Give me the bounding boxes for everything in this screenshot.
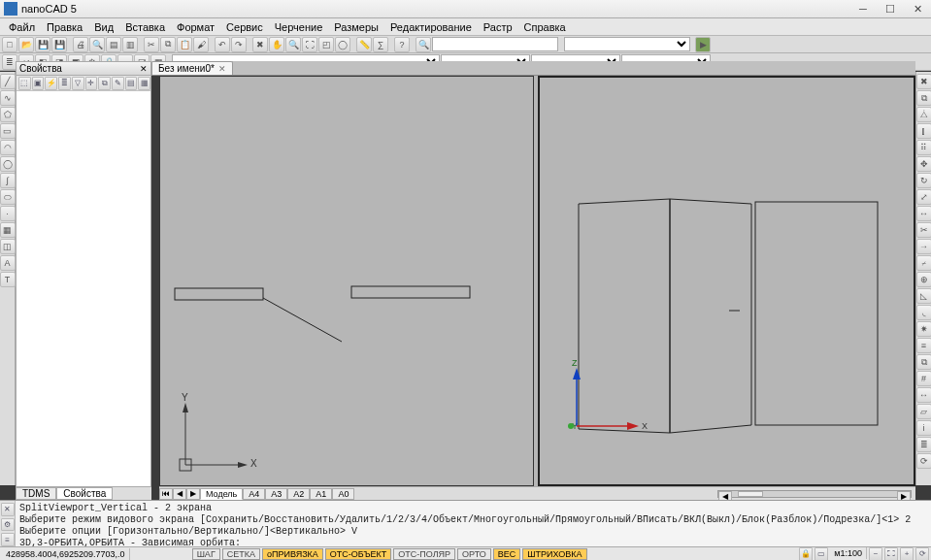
- line-icon[interactable]: ╱: [0, 74, 16, 89]
- copy-icon[interactable]: ⧉: [160, 37, 176, 52]
- orbit-icon[interactable]: ◯: [335, 37, 350, 52]
- menu-insert[interactable]: Вставка: [120, 18, 170, 36]
- cmd-close-icon[interactable]: ✕: [1, 503, 15, 516]
- properties-close-icon[interactable]: ✕: [137, 64, 150, 74]
- zoomext-icon[interactable]: ◰: [318, 37, 334, 52]
- tab-properties[interactable]: Свойства: [56, 487, 113, 500]
- explode-icon[interactable]: ✷: [916, 321, 932, 337]
- menu-service[interactable]: Сервис: [221, 18, 268, 36]
- viewport-right[interactable]: Z Y X: [538, 76, 916, 486]
- dist-icon[interactable]: ↔: [916, 387, 932, 403]
- status-polar[interactable]: ОТС-ПОЛЯР: [393, 548, 455, 560]
- break-icon[interactable]: ⌿: [916, 255, 932, 271]
- mtext-icon[interactable]: A: [0, 255, 16, 271]
- save-icon[interactable]: 💾: [35, 37, 50, 52]
- saveall-icon[interactable]: 💾: [51, 37, 67, 52]
- maximize-button[interactable]: ☐: [877, 0, 904, 17]
- spline-icon[interactable]: ∫: [0, 173, 16, 188]
- offset-icon[interactable]: ⫿: [916, 123, 932, 139]
- tab-a2[interactable]: A2: [287, 488, 310, 500]
- hatch-icon[interactable]: ▦: [0, 222, 16, 238]
- layout-first-icon[interactable]: ⏮: [159, 488, 173, 500]
- viewport-left[interactable]: Y X: [159, 76, 534, 486]
- status-zoomfit-icon[interactable]: ⛶: [884, 547, 898, 561]
- search-input[interactable]: [432, 37, 558, 51]
- cut-icon[interactable]: ✂: [144, 37, 159, 52]
- polygon-icon[interactable]: ⬠: [0, 107, 16, 122]
- status-pad-icon[interactable]: ▭: [815, 547, 828, 561]
- arc-icon[interactable]: ◠: [0, 140, 16, 155]
- text-icon[interactable]: T: [0, 272, 16, 287]
- regen-icon[interactable]: ⟳: [916, 453, 932, 469]
- mirror-icon[interactable]: ⧊: [916, 107, 932, 122]
- hscroll-thumb[interactable]: [738, 491, 763, 497]
- plot-icon[interactable]: ▤: [106, 37, 121, 52]
- preview-icon[interactable]: 🔍: [89, 37, 105, 52]
- status-step[interactable]: ШАГ: [192, 548, 220, 560]
- menu-edit[interactable]: Правка: [42, 18, 87, 36]
- layout-prev-icon[interactable]: ◀: [173, 488, 186, 500]
- array-icon[interactable]: ⠿: [916, 140, 932, 155]
- print-icon[interactable]: 🖨: [73, 37, 88, 52]
- status-lwt[interactable]: ВЕС: [493, 548, 521, 560]
- prop-pick-icon[interactable]: ✛: [85, 77, 98, 90]
- prop-add-icon[interactable]: ▣: [32, 77, 45, 90]
- move-icon[interactable]: ✥: [916, 156, 932, 172]
- copy2-icon[interactable]: ⧉: [916, 90, 932, 106]
- tab-a0[interactable]: A0: [332, 488, 354, 500]
- paste-icon[interactable]: 📋: [177, 37, 192, 52]
- trim-icon[interactable]: ✂: [916, 222, 932, 238]
- find-select[interactable]: [564, 37, 690, 51]
- menu-modify[interactable]: Редактирование: [385, 18, 477, 36]
- status-grid[interactable]: СЕТКА: [222, 548, 260, 560]
- status-zoomin-icon[interactable]: +: [900, 547, 914, 561]
- calc-icon[interactable]: ∑: [373, 37, 388, 52]
- menu-draw[interactable]: Черчение: [270, 18, 328, 36]
- pline-icon[interactable]: ∿: [0, 90, 16, 106]
- tab-a1[interactable]: A1: [310, 488, 332, 500]
- status-scale[interactable]: м1:100: [830, 547, 867, 559]
- matchprop-icon[interactable]: 🖌: [193, 37, 209, 52]
- prop-draw-icon[interactable]: ✎: [112, 77, 124, 90]
- layout-next-icon[interactable]: ▶: [186, 488, 200, 500]
- new-icon[interactable]: □: [2, 37, 17, 52]
- zoomwin-icon[interactable]: ⛶: [302, 37, 317, 52]
- point-icon[interactable]: ·: [0, 206, 16, 221]
- extend-icon[interactable]: →: [916, 239, 932, 254]
- tab-model[interactable]: Модель: [200, 488, 243, 500]
- stretch-icon[interactable]: ↔: [916, 206, 932, 221]
- pan-icon[interactable]: ✋: [269, 37, 284, 52]
- undo-icon[interactable]: ↶: [215, 37, 230, 52]
- command-output[interactable]: SplitViewport_Vertical - 2 экрана Выбери…: [16, 501, 931, 546]
- cmd-config-icon[interactable]: ⚙: [1, 518, 15, 532]
- cmd-history-icon[interactable]: ≡: [1, 533, 15, 546]
- prop-copy-icon[interactable]: ⧉: [98, 77, 111, 90]
- status-refresh-icon[interactable]: ⟳: [915, 547, 929, 561]
- measure-icon[interactable]: 📏: [356, 37, 372, 52]
- document-close-icon[interactable]: ✕: [218, 64, 226, 74]
- area-icon[interactable]: ▱: [916, 404, 932, 419]
- ellipse-icon[interactable]: ⬭: [0, 189, 16, 205]
- fillet-icon[interactable]: ◟: [916, 305, 932, 320]
- close-button[interactable]: ✕: [904, 0, 931, 17]
- erase2-icon[interactable]: ✖: [916, 74, 932, 89]
- status-zoomout-icon[interactable]: −: [869, 547, 882, 561]
- open-icon[interactable]: 📂: [18, 37, 34, 52]
- menu-file[interactable]: Файл: [4, 18, 40, 36]
- document-tab[interactable]: Без имени0* ✕: [151, 61, 233, 75]
- prop-expand-icon[interactable]: ▦: [138, 77, 150, 90]
- block-icon[interactable]: ◫: [0, 239, 16, 254]
- list-icon[interactable]: ≣: [916, 437, 932, 452]
- circle-icon[interactable]: ◯: [0, 156, 16, 172]
- rect-icon[interactable]: ▭: [0, 123, 16, 139]
- status-hatch[interactable]: ШТРИХОВКА: [522, 548, 586, 560]
- menu-help[interactable]: Справка: [519, 18, 571, 36]
- go-icon[interactable]: ▶: [695, 37, 711, 52]
- tab-tdms[interactable]: TDMS: [16, 487, 56, 500]
- rotate-icon[interactable]: ↻: [916, 173, 932, 188]
- properties-header[interactable]: Свойства ✕: [17, 62, 150, 76]
- status-otrack[interactable]: ОТС-ОБЪЕКТ: [325, 548, 391, 560]
- units-icon[interactable]: #: [916, 371, 932, 386]
- menu-view[interactable]: Вид: [89, 18, 118, 36]
- status-ortho[interactable]: ОРТО: [457, 548, 491, 560]
